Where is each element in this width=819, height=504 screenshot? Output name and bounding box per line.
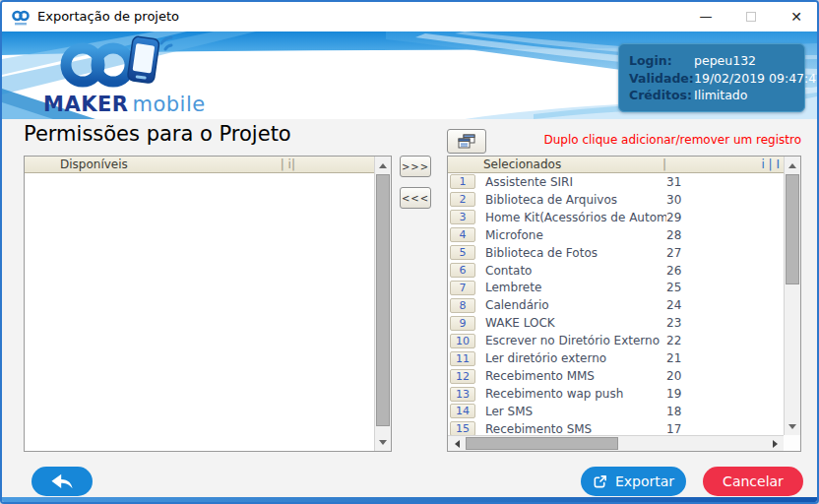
permission-value: 30 [666,193,681,207]
move-to-selected-button[interactable]: >>> [400,156,431,177]
row-number-cell: 10 [450,334,475,348]
permission-name: Microfone [485,228,666,242]
list-row[interactable]: 2Biblioteca de Arquivos30 [448,191,784,209]
list-row[interactable]: 9WAKE LOCK23 [448,314,784,332]
scroll-right-icon [773,440,778,448]
maximize-button[interactable] [728,2,774,31]
credits-label: Créditos: [629,88,694,102]
scrollbar-thumb[interactable] [786,174,799,284]
selected-list-header: Selecionados | i | I [448,157,784,173]
list-row[interactable]: 10Escrever no Diretório Externo22 [448,332,784,349]
cancel-button[interactable]: Cancelar [703,467,803,496]
account-info-box: Login: pepeu132 Validade: 19/02/2019 09:… [618,43,805,112]
list-row[interactable]: 13Recebimento wap push19 [448,385,784,403]
permission-value: 24 [666,298,681,312]
logo-mobile-text: mobile [132,93,205,116]
permission-value: 25 [666,281,681,294]
validity-value: 19/02/2019 09:47:49 [694,71,817,86]
permission-value: 29 [666,211,681,224]
row-number-cell: 2 [450,192,475,207]
validity-row: Validade: 19/02/2019 09:47:49 [629,71,794,86]
row-number-cell: 7 [450,281,475,295]
maximize-icon [746,12,756,22]
permission-name: Recebimento SMS [485,422,666,435]
credits-value: Ilimitado [694,88,747,102]
permission-value: 28 [666,228,681,242]
row-number-cell: 5 [450,245,475,260]
row-number-cell: 3 [450,210,475,224]
available-list-panel[interactable]: Disponíveis | i| [24,156,392,452]
available-vertical-scrollbar[interactable] [374,157,391,451]
title-bar: Exportação de projeto — ✕ [2,2,817,32]
scroll-up-icon [788,163,796,168]
app-logo-icon [11,8,31,28]
row-number-cell: 6 [450,263,475,278]
validity-label: Validade: [629,71,694,86]
selected-list-panel[interactable]: Selecionados | i | I 1Assistente SIRI312… [447,156,801,452]
list-row[interactable]: 7Lembrete25 [448,280,784,297]
selected-vertical-scrollbar[interactable] [784,157,800,435]
permission-name: WAKE LOCK [485,316,666,330]
scroll-left-icon [455,440,460,448]
permission-name: Recebimento MMS [485,369,666,383]
scroll-up-button[interactable] [375,158,391,173]
row-number-cell: 8 [450,298,475,313]
scrollbar-thumb[interactable] [376,174,390,426]
selected-column-title: Selecionados [483,158,561,171]
list-row[interactable]: 12Recebimento MMS20 [448,367,784,385]
available-rows[interactable] [25,174,374,451]
scroll-right-button[interactable] [767,436,783,451]
row-number-cell: 4 [450,227,475,242]
back-button[interactable] [32,467,93,496]
scroll-down-icon [379,440,387,445]
export-icon [593,474,607,489]
export-button-label: Exportar [615,473,674,489]
window-title: Exportação de projeto [37,9,179,24]
scrollbar-corner [784,435,800,451]
scroll-down-button[interactable] [375,434,391,450]
export-button[interactable]: Exportar [581,467,686,496]
back-arrow-icon [49,472,75,490]
minimize-icon: — [700,9,713,24]
permission-value: 26 [666,264,681,278]
scroll-up-button[interactable] [785,158,800,173]
permission-value: 22 [666,334,681,347]
selected-rows[interactable]: 1Assistente SIRI312Biblioteca de Arquivo… [448,173,784,435]
double-click-hint: Duplo clique adicionar/remover um regist… [447,133,801,147]
login-row: Login: pepeu132 [629,53,794,68]
selected-horizontal-scrollbar[interactable] [448,435,784,451]
list-row[interactable]: 8Calendário24 [448,296,784,314]
list-row[interactable]: 11Ler diretório externo21 [448,349,784,367]
scrollbar-thumb[interactable] [466,437,618,450]
permission-name: Ler SMS [485,405,666,418]
row-number-cell: 14 [450,404,475,418]
close-button[interactable]: ✕ [774,2,819,31]
scroll-left-button[interactable] [449,436,465,451]
move-to-available-button[interactable]: <<< [400,187,431,209]
list-row[interactable]: 6Contato26 [448,262,784,280]
column-divider: | [662,158,666,171]
cancel-button-label: Cancelar [723,473,784,489]
list-row[interactable]: 3Home Kit(Acessórios de Automação)29 [448,209,784,226]
close-icon: ✕ [790,9,802,25]
scroll-down-button[interactable] [785,418,800,434]
login-value: pepeu132 [694,53,756,68]
minimize-button[interactable]: — [683,2,728,31]
list-row[interactable]: 15Recebimento SMS17 [448,420,784,435]
scroll-up-icon [379,163,387,168]
available-column-i: | i| [281,158,295,171]
list-row[interactable]: 5Biblioteca de Fotos27 [448,244,784,262]
permission-value: 19 [666,387,681,401]
credits-row: Créditos: Ilimitado [629,88,794,102]
window-bottom-accent [2,497,817,502]
permission-name: Escrever no Diretório Externo [485,334,666,347]
row-number-cell: 13 [450,387,475,402]
header-banner: MAKERmobile Login: pepeu132 Validade: 19… [2,32,817,119]
list-row[interactable]: 1Assistente SIRI31 [448,173,784,191]
list-row[interactable]: 4Microfone28 [448,226,784,244]
permission-name: Biblioteca de Arquivos [485,193,666,207]
permission-name: Home Kit(Acessórios de Automação) [485,211,666,224]
row-number-cell: 1 [450,174,475,189]
list-row[interactable]: 14Ler SMS18 [448,403,784,420]
permission-value: 21 [666,351,681,365]
